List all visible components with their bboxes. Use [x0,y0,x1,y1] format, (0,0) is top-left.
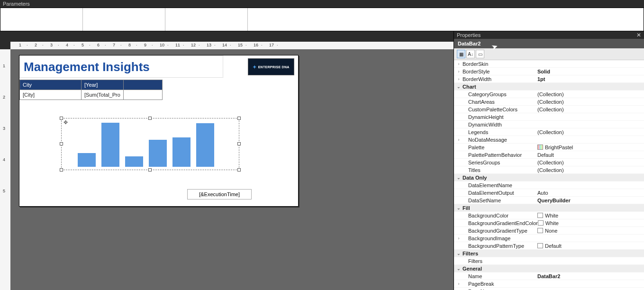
property-row[interactable]: ·DataElementName [454,181,644,189]
expander-icon[interactable]: · [456,274,462,279]
expander-icon[interactable]: ⌄ [456,206,462,210]
tablix-cell-city[interactable]: [City] [20,90,82,100]
property-row[interactable]: ·CategoryGroups(Collection) [454,91,644,98]
expander-icon[interactable]: · [456,168,462,172]
resize-handle[interactable] [60,168,63,172]
property-row[interactable]: ·Titles(Collection) [454,166,644,174]
property-row[interactable]: ·SeriesGroups(Collection) [454,159,644,166]
alphabetical-view-button[interactable]: A↓ [466,50,475,58]
tablix-header-blank[interactable] [123,80,162,90]
expander-icon[interactable]: · [456,228,462,233]
expander-icon[interactable]: · [456,190,462,195]
property-row[interactable]: ·DataSetNameQueryBuilder [454,197,644,204]
property-row[interactable]: ·PaletteBrightPastel [454,144,644,151]
chart-bar[interactable] [172,137,190,167]
expander-icon[interactable]: › [456,236,462,241]
property-value[interactable]: DataBar2 [537,273,644,279]
property-category[interactable]: ⌄Filters [454,250,644,257]
property-value[interactable]: None [537,228,644,234]
expander-icon[interactable]: · [456,160,462,165]
property-row[interactable]: ›PageBreak [454,280,644,288]
property-row[interactable]: ›BorderSkin [454,60,644,68]
expander-icon[interactable]: · [456,92,462,97]
property-value[interactable]: 1pt [537,76,644,82]
expander-icon[interactable]: · [456,145,462,150]
property-row[interactable]: ·DataElementOutputAuto [454,189,644,197]
property-row[interactable]: ·PalettePatternBehaviorDefault [454,151,644,159]
property-value[interactable]: Solid [537,69,644,74]
property-category[interactable]: ⌄Data Only [454,174,644,181]
property-row[interactable]: ·BackgroundPatternTypeDefault [454,242,644,250]
property-value[interactable]: White [537,213,644,218]
expander-icon[interactable]: ⌄ [456,175,462,180]
property-value[interactable]: Auto [537,190,644,196]
report-canvas[interactable]: Management Insights ✦ENTERPRISE DNA City… [10,49,454,290]
property-row[interactable]: ·CustomPaletteColors(Collection) [454,106,644,113]
chart-bar[interactable] [196,123,214,167]
resize-handle[interactable] [237,168,241,172]
expander-icon[interactable]: · [456,198,462,203]
expander-icon[interactable]: › [456,281,462,286]
selected-object-name[interactable]: DataBar2 ➤ [454,39,644,48]
expander-icon[interactable]: · [456,221,462,226]
property-value[interactable]: (Collection) [537,167,644,173]
property-value[interactable]: (Collection) [537,107,644,112]
property-row[interactable]: ·DynamicWidth [454,121,644,128]
property-row[interactable]: ›NoDataMessage [454,136,644,144]
chart-bar[interactable] [101,123,119,167]
property-value[interactable]: QueryBuilder [537,198,644,203]
expander-icon[interactable]: · [456,107,462,112]
resize-handle[interactable] [60,142,63,145]
property-value[interactable]: Default [537,243,644,249]
expander-icon[interactable]: ⌄ [456,266,462,271]
categorized-view-button[interactable]: ▦ [457,50,465,58]
chart-bar[interactable] [125,156,143,167]
property-value[interactable]: BrightPastel [537,145,644,150]
property-row[interactable]: ·BackgroundColorWhite [454,212,644,219]
param-cell[interactable] [83,8,165,31]
property-row[interactable]: ·ChartAreas(Collection) [454,98,644,106]
chart-bar[interactable] [78,153,96,167]
expander-icon[interactable]: · [456,244,462,248]
expander-icon[interactable]: · [456,122,462,127]
logo-image[interactable]: ✦ENTERPRISE DNA [248,58,294,75]
tablix[interactable]: City [Year] [City] [Sum(Total_Pro [19,80,163,100]
property-value[interactable]: (Collection) [537,160,644,165]
expander-icon[interactable]: · [456,153,462,157]
expander-icon[interactable]: › [456,69,462,74]
property-row[interactable]: ›BorderStyleSolid [454,68,644,75]
tablix-cell-value[interactable]: [Sum(Total_Pro [82,90,124,100]
resize-handle[interactable] [60,117,63,120]
chart-bar[interactable] [149,140,167,167]
property-row[interactable]: ·BackgroundGradientTypeNone [454,227,644,235]
property-category[interactable]: ⌄Chart [454,83,644,91]
expander-icon[interactable]: › [456,77,462,82]
property-row[interactable]: ·Legends(Collection) [454,128,644,136]
resize-handle[interactable] [237,142,241,145]
property-value[interactable]: (Collection) [537,91,644,97]
tablix-cell-blank[interactable] [123,90,162,100]
execution-time-textbox[interactable]: [&ExecutionTime] [187,189,252,199]
param-cell[interactable] [248,8,644,31]
expander-icon[interactable]: ⌄ [456,251,462,256]
property-row[interactable]: ·NameDataBar2 [454,272,644,280]
property-value[interactable]: (Collection) [537,99,644,105]
report-title[interactable]: Management Insights [19,55,223,78]
expander-icon[interactable]: · [456,259,462,263]
report-body[interactable]: Management Insights ✦ENTERPRISE DNA City… [19,55,299,207]
param-cell[interactable] [165,8,248,31]
expander-icon[interactable]: · [456,130,462,135]
property-row[interactable]: ·DynamicHeight [454,113,644,121]
resize-handle[interactable] [148,117,152,120]
property-value[interactable]: Default [537,152,644,158]
property-category[interactable]: ⌄Fill [454,204,644,212]
property-category[interactable]: ⌄General [454,265,644,272]
expander-icon[interactable]: › [456,137,462,142]
tablix-header-year[interactable]: [Year] [82,80,124,90]
property-value[interactable]: (Collection) [537,129,644,135]
expander-icon[interactable]: · [456,213,462,218]
expander-icon[interactable]: ⌄ [456,84,462,89]
property-row[interactable]: ·BackgroundGradientEndColorWhite [454,219,644,227]
resize-handle[interactable] [148,168,152,172]
param-cell[interactable] [0,8,83,31]
